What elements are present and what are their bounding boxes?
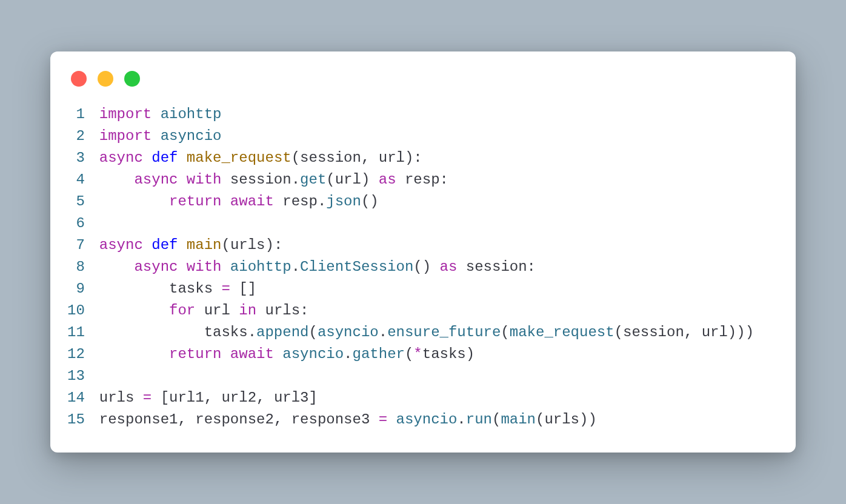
close-icon[interactable] (71, 71, 87, 87)
line-number: 6 (67, 213, 85, 234)
token-kw: async (99, 150, 143, 166)
code-editor[interactable]: 123456789101112131415 import aiohttpimpo… (67, 104, 779, 431)
code-line[interactable]: async def make_request(session, url): (99, 147, 754, 169)
token-txt (221, 259, 230, 275)
token-mod: aiohttp (161, 106, 222, 122)
token-txt: tasks (169, 280, 213, 297)
minimize-icon[interactable] (98, 71, 113, 87)
code-line[interactable]: import aiohttp (99, 104, 754, 125)
token-txt: url (702, 324, 728, 340)
token-par: [] (239, 280, 256, 297)
token-txt (693, 324, 701, 340)
token-op: = (221, 280, 230, 297)
token-txt: resp (405, 171, 440, 188)
token-punc: : (300, 302, 308, 319)
token-call: main (501, 411, 536, 428)
token-op: = (143, 390, 152, 406)
token-txt: response2 (195, 411, 274, 428)
token-kw: import (99, 128, 152, 144)
line-number: 14 (67, 387, 85, 409)
line-number: 2 (67, 125, 85, 147)
token-txt: url2 (221, 390, 256, 406)
code-line[interactable] (99, 213, 754, 234)
token-par: ( (615, 324, 623, 340)
token-fn: make_request (187, 150, 291, 166)
traffic-lights (67, 65, 779, 104)
token-txt (274, 346, 282, 362)
code-line[interactable]: tasks.append(asyncio.ensure_future(make_… (99, 322, 754, 343)
code-line[interactable]: async with session.get(url) as resp: (99, 169, 754, 191)
token-txt (99, 280, 169, 297)
token-kw: as (379, 171, 396, 188)
code-window: 123456789101112131415 import aiohttpimpo… (50, 51, 796, 453)
token-txt (143, 237, 152, 253)
code-line[interactable]: urls = [url1, url2, url3] (99, 387, 754, 409)
token-txt (274, 193, 282, 210)
token-punc: , (274, 411, 282, 428)
line-number: 8 (67, 256, 85, 278)
token-par: )) (579, 411, 597, 428)
token-mod: asyncio (318, 324, 379, 340)
code-line[interactable] (99, 365, 754, 387)
line-number: 11 (67, 322, 85, 343)
token-par: () (413, 259, 431, 275)
token-txt (178, 259, 186, 275)
code-line[interactable]: async def main(urls): (99, 234, 754, 256)
token-txt (99, 259, 135, 275)
code-line[interactable]: import asyncio (99, 125, 754, 147)
token-par: ( (492, 411, 501, 428)
code-line[interactable]: for url in urls: (99, 300, 754, 322)
token-kw: await (230, 193, 274, 210)
token-call: get (300, 171, 326, 188)
token-txt (178, 237, 186, 253)
token-kw: for (169, 302, 195, 319)
token-txt: session (466, 259, 527, 275)
line-number: 13 (67, 365, 85, 387)
token-txt (396, 171, 405, 188)
code-content[interactable]: import aiohttpimport asyncioasync def ma… (99, 104, 754, 431)
token-txt (99, 346, 169, 362)
token-par: ) (466, 346, 475, 362)
token-txt (457, 259, 465, 275)
token-txt (230, 280, 239, 297)
token-txt: url3 (274, 390, 309, 406)
token-txt (195, 302, 204, 319)
token-par: ( (221, 237, 230, 253)
token-def: def (152, 237, 178, 253)
token-txt: session (300, 150, 361, 166)
line-number: 9 (67, 278, 85, 300)
code-line[interactable]: async with aiohttp.ClientSession() as se… (99, 256, 754, 278)
code-line[interactable]: return await resp.json() (99, 191, 754, 213)
token-par: ): (405, 150, 422, 166)
token-mod: asyncio (161, 128, 222, 144)
zoom-icon[interactable] (124, 71, 140, 87)
token-txt (213, 390, 221, 406)
token-punc: . (344, 346, 352, 362)
token-kw: import (99, 106, 152, 122)
token-txt (134, 390, 142, 406)
token-par: ( (536, 411, 544, 428)
token-kw: with (187, 259, 222, 275)
code-line[interactable]: response1, response2, response3 = asynci… (99, 409, 754, 431)
code-line[interactable]: tasks = [] (99, 278, 754, 300)
token-par: ))) (728, 324, 754, 340)
token-txt (99, 324, 204, 340)
token-punc: . (379, 324, 387, 340)
token-par: ( (326, 171, 335, 188)
line-number: 7 (67, 234, 85, 256)
token-call: ClientSession (300, 259, 413, 275)
token-txt (387, 411, 396, 428)
token-txt (178, 171, 186, 188)
token-call: ensure_future (387, 324, 501, 340)
token-txt: tasks (204, 324, 248, 340)
token-txt (370, 150, 378, 166)
token-par: ( (291, 150, 300, 166)
token-punc: . (291, 171, 300, 188)
token-punc: . (457, 411, 465, 428)
token-punc: , (256, 390, 265, 406)
token-call: run (466, 411, 492, 428)
token-txt: url (379, 150, 405, 166)
code-line[interactable]: return await asyncio.gather(*tasks) (99, 343, 754, 365)
token-txt (143, 150, 152, 166)
token-txt (213, 280, 221, 297)
